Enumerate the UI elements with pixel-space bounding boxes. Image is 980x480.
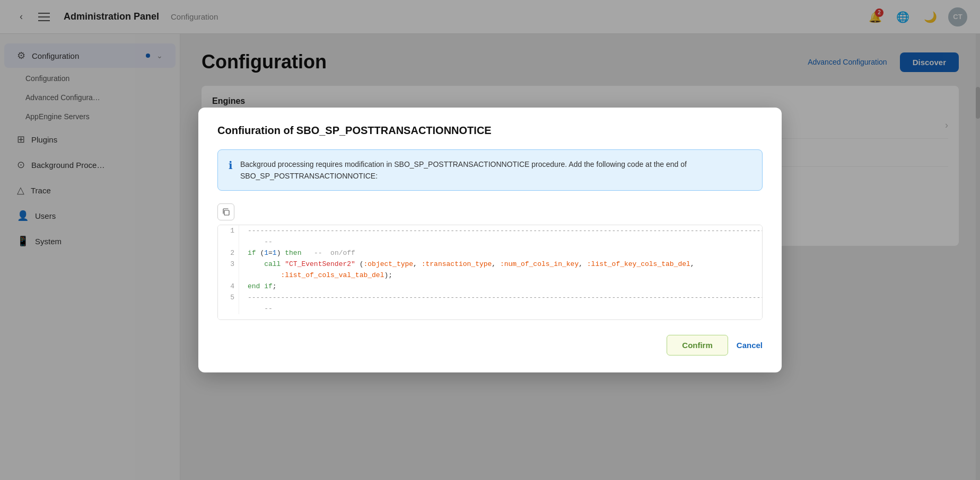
line-number: 1 <box>218 225 239 236</box>
line-number: 3 <box>218 259 239 270</box>
code-content: call "CT_EventSender2" (:object_type, :t… <box>239 259 703 270</box>
copy-code-button[interactable] <box>217 203 234 220</box>
modal-overlay: Confiuration of SBO_SP_POSTTRANSACTIONNO… <box>0 0 980 480</box>
modal: Confiuration of SBO_SP_POSTTRANSACTIONNO… <box>198 108 782 373</box>
code-line-1: 1 --------------------------------------… <box>218 225 762 236</box>
code-line-2: 2 if (1=1) then -- on/off <box>218 247 762 259</box>
code-line-3: 3 call "CT_EventSender2" (:object_type, … <box>218 259 762 270</box>
code-content: end if; <box>239 281 285 292</box>
line-number <box>218 270 239 281</box>
code-content: if (1=1) then -- on/off <box>239 247 364 259</box>
code-line-5: 5 --------------------------------------… <box>218 292 762 303</box>
line-number: 4 <box>218 281 239 292</box>
modal-footer: Confirm Cancel <box>217 335 763 355</box>
code-content: ----------------------------------------… <box>239 225 763 236</box>
code-line-3b: :list_of_cols_val_tab_del); <box>218 270 762 281</box>
code-content: -- <box>239 236 281 247</box>
code-content: -- <box>239 303 281 314</box>
code-line-4: 4 end if; <box>218 281 762 292</box>
line-number <box>218 236 239 247</box>
line-number: 5 <box>218 292 239 303</box>
confirm-button[interactable]: Confirm <box>667 335 728 355</box>
modal-info-box: ℹ Backgroud processing requires modifica… <box>217 149 763 191</box>
code-content: ----------------------------------------… <box>239 292 763 303</box>
code-block: 1 --------------------------------------… <box>217 225 763 320</box>
line-number <box>218 303 239 314</box>
code-line-1b: -- <box>218 236 762 247</box>
line-number: 2 <box>218 247 239 259</box>
code-content: :list_of_cols_val_tab_del); <box>239 270 401 281</box>
modal-title: Confiuration of SBO_SP_POSTTRANSACTIONNO… <box>217 125 763 137</box>
info-icon: ℹ <box>229 159 233 172</box>
code-line-5b: -- <box>218 303 762 314</box>
svg-rect-0 <box>224 210 229 215</box>
info-text: Backgroud processing requires modificati… <box>240 158 751 182</box>
cancel-button[interactable]: Cancel <box>737 341 763 350</box>
